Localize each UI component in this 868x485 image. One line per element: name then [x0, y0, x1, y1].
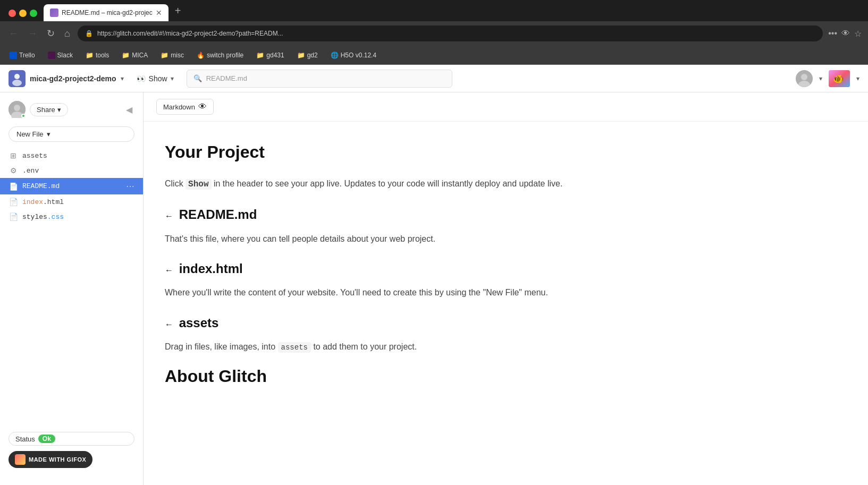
bookmark-slack-label: Slack: [57, 52, 73, 59]
sidebar-bottom: Status Ok MADE WITH GIFOX: [0, 423, 143, 477]
collapse-sidebar-button[interactable]: ◀: [124, 103, 134, 117]
file-more-icon[interactable]: ⋯: [126, 181, 134, 191]
file-item-env[interactable]: ⚙ .env: [0, 163, 143, 178]
address-input[interactable]: 🔒 https://glitch.com/edit/#!/mica-gd2-pr…: [78, 25, 823, 41]
status-badge[interactable]: Status Ok: [9, 432, 134, 446]
file-item-readme[interactable]: 📄 README.md ⋯: [0, 178, 143, 194]
gifox-logo-icon: [15, 454, 26, 465]
fish-chevron-icon: ▾: [856, 75, 859, 82]
svg-point-9: [14, 105, 20, 111]
header-right: ▾ 🐠 ▾: [796, 70, 859, 87]
bookmark-gd431[interactable]: 📁 gd431: [253, 50, 287, 60]
fire-icon: 🔥: [197, 52, 205, 59]
active-tab[interactable]: README.md – mica-gd2-projec ✕: [44, 4, 168, 21]
tab-bar: README.md – mica-gd2-projec ✕ +: [0, 0, 868, 21]
bookmark-slack[interactable]: Slack: [45, 50, 76, 60]
file-item-styles[interactable]: 📄 styles.css: [0, 209, 143, 224]
made-with-gifox-button[interactable]: MADE WITH GIFOX: [9, 451, 92, 468]
file-name-assets: assets: [22, 152, 134, 160]
sidebar: Share ▾ ◀ New File ▾ ⊞ assets ⚙: [0, 92, 144, 485]
svg-point-4: [801, 74, 807, 80]
content-heading-assets: ← assets: [165, 313, 847, 333]
bookmark-gd2[interactable]: 📁 gd2: [294, 50, 321, 60]
main-area: Share ▾ ◀ New File ▾ ⊞ assets ⚙: [0, 92, 868, 485]
share-label: Share: [37, 106, 55, 114]
env-icon: ⚙: [9, 166, 18, 175]
bookmark-tools-label: tools: [96, 52, 109, 59]
bookmark-switch-profile-label: switch profile: [207, 52, 243, 59]
fish-avatar[interactable]: 🐠: [829, 70, 850, 87]
content-assets-code: assets: [278, 342, 311, 353]
svg-point-1: [14, 74, 20, 79]
content-show-code: Show: [186, 179, 211, 190]
folder-icon-4: 📁: [256, 52, 264, 59]
bookmark-mica-label: MICA: [132, 52, 148, 59]
address-bar: ← → ↻ ⌂ 🔒 https://glitch.com/edit/#!/mic…: [0, 21, 868, 46]
pocket-icon[interactable]: 👁: [841, 29, 850, 39]
bookmark-mica[interactable]: 📁 MICA: [119, 50, 151, 60]
slack-icon: [48, 52, 55, 59]
status-label: Status: [15, 435, 35, 443]
folder-icon-5: 📁: [297, 52, 305, 59]
styles-css-icon: 📄: [9, 212, 18, 221]
readme-icon: 📄: [9, 182, 18, 191]
bookmark-switch-profile[interactable]: 🔥 switch profile: [193, 50, 247, 60]
file-item-assets[interactable]: ⊞ assets: [0, 148, 143, 163]
sidebar-user-avatar: [9, 101, 26, 118]
content-heading-about: About Glitch: [165, 363, 847, 390]
project-name: mica-gd2-project2-demo: [30, 74, 116, 83]
index-html-icon: 📄: [9, 198, 18, 206]
user-chevron-icon: ▾: [819, 75, 822, 82]
new-file-label: New File: [16, 130, 44, 138]
close-window-button[interactable]: [9, 10, 16, 17]
content-body: Your Project Click Show in the header to…: [144, 122, 868, 485]
tab-close-button[interactable]: ✕: [156, 8, 162, 17]
app-header: mica-gd2-project2-demo ▾ 👀 Show ▾ 🔍 READ…: [0, 65, 868, 92]
file-list: ⊞ assets ⚙ .env 📄 README.md ⋯ 📄 inde: [0, 148, 143, 224]
more-actions-icon[interactable]: •••: [828, 29, 837, 39]
heading-index-text: index.html: [179, 261, 243, 276]
maximize-window-button[interactable]: [30, 10, 37, 17]
globe-icon: 🌐: [331, 52, 339, 59]
file-search-box[interactable]: 🔍 README.md: [187, 70, 452, 88]
bookmarks-bar: Trello Slack 📁 tools 📁 MICA 📁 misc 🔥 swi…: [0, 46, 868, 65]
tab-title: README.md – mica-gd2-projec: [62, 9, 153, 16]
new-file-button[interactable]: New File ▾: [9, 126, 134, 142]
file-name-env: .env: [22, 167, 134, 175]
browser-window: README.md – mica-gd2-projec ✕ + ← → ↻ ⌂ …: [0, 0, 868, 485]
new-tab-button[interactable]: +: [171, 3, 186, 19]
bookmark-misc-label: misc: [171, 52, 184, 59]
app-container: mica-gd2-project2-demo ▾ 👀 Show ▾ 🔍 READ…: [0, 65, 868, 485]
file-name-index: index.html: [22, 198, 134, 206]
minimize-window-button[interactable]: [19, 10, 27, 17]
share-button[interactable]: Share ▾: [30, 103, 68, 116]
bookmark-misc[interactable]: 📁 misc: [157, 50, 187, 60]
window-controls: [4, 10, 41, 17]
svg-text:🐠: 🐠: [833, 74, 844, 84]
assets-icon: ⊞: [9, 151, 18, 160]
forward-button[interactable]: →: [26, 26, 39, 41]
back-button[interactable]: ←: [6, 26, 20, 41]
content-p1: Click Show in the header to see your app…: [165, 176, 847, 192]
bookmark-icon[interactable]: ☆: [854, 29, 862, 39]
show-button[interactable]: 👀 Show ▾: [132, 72, 178, 85]
bookmark-h5o[interactable]: 🌐 H5O v0.12.4: [327, 50, 380, 60]
project-avatar: [9, 70, 26, 87]
sidebar-top: Share ▾ ◀: [0, 101, 143, 118]
gifox-label: MADE WITH GIFOX: [29, 456, 86, 463]
home-button[interactable]: ⌂: [62, 26, 72, 41]
project-selector[interactable]: mica-gd2-project2-demo ▾: [9, 70, 124, 87]
bookmark-gd431-label: gd431: [266, 52, 284, 59]
bookmark-trello[interactable]: Trello: [6, 50, 38, 60]
project-chevron-icon: ▾: [121, 75, 124, 82]
status-ok-badge: Ok: [38, 435, 55, 443]
reload-button[interactable]: ↻: [45, 25, 57, 41]
heading-readme-text: README.md: [179, 207, 257, 222]
user-avatar[interactable]: [796, 70, 813, 87]
content-heading-readme: ← README.md: [165, 205, 847, 225]
content-p4-after: to add them to your project.: [311, 342, 417, 351]
file-item-index[interactable]: 📄 index.html: [0, 194, 143, 209]
share-chevron-icon: ▾: [57, 106, 61, 114]
markdown-badge-button[interactable]: Markdown 👁: [156, 99, 214, 115]
bookmark-tools[interactable]: 📁 tools: [82, 50, 112, 60]
